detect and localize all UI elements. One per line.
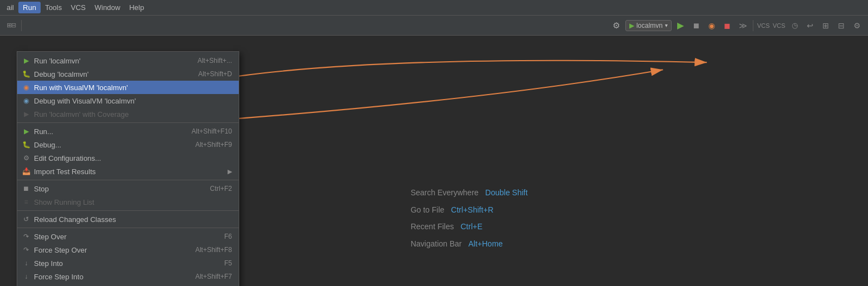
toolbar-sep-1 <box>21 20 22 31</box>
debug-button[interactable]: ◉ <box>705 19 718 32</box>
step-into-label: Step Into <box>34 259 63 268</box>
menu-item-run-localmvn[interactable]: ▶ Run 'localmvn' Alt+Shift+... <box>17 54 239 67</box>
run-config-chevron: ▾ <box>665 22 668 28</box>
hint-line-2: Go to File Ctrl+Shift+R <box>411 201 527 219</box>
menu-item-show-running[interactable]: ≡ Show Running List <box>17 195 239 209</box>
hint-line-1: Search Everywhere Double Shift <box>411 184 527 201</box>
reload-icon: ↺ <box>22 215 31 224</box>
menubar-item-help[interactable]: Help <box>125 2 149 13</box>
menu-item-debug-localmvn[interactable]: 🐛 Debug 'localmvn' Alt+Shift+D <box>17 67 239 81</box>
toolbar: ⊞⊟ ⚙ ▶ localmvn ▾ ▶ ⏹ ◉ ◼ ≫ VCS VCS ◷ ↩ … <box>0 16 868 36</box>
menu-item-force-step-over[interactable]: ↷ Force Step Over Alt+Shift+F8 <box>17 243 239 257</box>
run-visualvm-icon: ◉ <box>22 83 31 92</box>
redo-button[interactable]: ⊞ <box>819 19 832 32</box>
menu-sep-4 <box>17 228 239 228</box>
menubar-item-window[interactable]: Window <box>90 2 125 13</box>
menu-item-debug-dots[interactable]: 🐛 Debug... Alt+Shift+F9 <box>17 138 239 151</box>
hint-line-3: Recent Files Ctrl+E <box>411 218 527 235</box>
import-test-icon: 📥 <box>22 167 31 176</box>
run-localmvn-shortcut: Alt+Shift+... <box>198 57 232 65</box>
menu-item-step-over[interactable]: ↷ Step Over F6 <box>17 230 239 243</box>
hint-line-4: Navigation Bar Alt+Home <box>411 235 527 253</box>
hint-key-1: Double Shift <box>485 184 527 201</box>
menubar-item-run[interactable]: Run <box>18 2 41 13</box>
step-into-shortcut: F5 <box>224 259 232 267</box>
stop-label: Stop <box>34 185 49 193</box>
maximize-button[interactable]: ⊟ <box>835 19 848 32</box>
import-test-label: Import Test Results <box>34 167 96 176</box>
vcs-button-2[interactable]: VCS <box>772 19 786 32</box>
show-running-label: Show Running List <box>34 198 94 206</box>
menu-sep-2 <box>17 180 239 180</box>
menu-item-debug-visualvm[interactable]: ◉ Debug with VisualVM 'localmvn' <box>17 94 239 107</box>
menu-item-smart-step-into[interactable]: ↓ Smart Step Into Ctrl+F5 <box>17 283 239 286</box>
stop-button[interactable]: ◼ <box>721 19 734 32</box>
hint-label-1: Search Everywhere <box>411 184 479 201</box>
force-step-over-shortcut: Alt+Shift+F8 <box>195 246 232 254</box>
editor-area: npDTO ▶ Run 'localmvn' Alt+Shift+... 🐛 D… <box>0 36 868 286</box>
menubar: ail Run Tools VCS Window Help <box>0 0 868 16</box>
run-dots-shortcut: Alt+Shift+F10 <box>191 127 232 135</box>
show-running-icon: ≡ <box>22 198 31 206</box>
edit-config-label: Edit Configurations... <box>34 154 101 162</box>
run-config-name: localmvn <box>637 22 663 29</box>
hint-key-2: Ctrl+Shift+R <box>451 201 494 219</box>
hint-label-2: Go to File <box>411 201 445 219</box>
menubar-item-vcs[interactable]: VCS <box>66 2 90 13</box>
more-actions-button[interactable]: ≫ <box>736 19 749 32</box>
force-step-over-label: Force Step Over <box>34 246 87 254</box>
force-step-over-icon: ↷ <box>22 245 31 254</box>
force-step-into-icon: ↓ <box>22 272 31 281</box>
run-config-icon: ▶ <box>629 22 634 29</box>
hint-label-3: Recent Files <box>411 218 454 235</box>
run-dots-icon: ▶ <box>22 127 31 136</box>
menu-item-edit-config[interactable]: ⚙ Edit Configurations... <box>17 151 239 165</box>
editor-hints: Search Everywhere Double Shift Go to Fil… <box>411 184 527 253</box>
stop-icon: ⏹ <box>22 184 31 193</box>
stop-shortcut: Ctrl+F2 <box>210 185 232 193</box>
menu-item-force-step-into[interactable]: ↓ Force Step Into Alt+Shift+F7 <box>17 270 239 283</box>
step-over-shortcut: F6 <box>224 233 232 240</box>
settings2-button[interactable]: ⚙ <box>850 19 864 32</box>
toolbar-right: ⚙ ▶ localmvn ▾ ▶ ⏹ ◉ ◼ ≫ VCS VCS ◷ ↩ ⊞ ⊟… <box>610 19 864 32</box>
menu-item-run-dots[interactable]: ▶ Run... Alt+Shift+F10 <box>17 125 239 138</box>
menu-item-run-coverage[interactable]: ▶ Run 'localmvn' with Coverage <box>17 107 239 121</box>
hint-key-3: Ctrl+E <box>461 218 482 235</box>
menu-item-run-visualvm[interactable]: ◉ Run with VisualVM 'localmvn' <box>17 81 239 94</box>
run-localmvn-icon: ▶ <box>22 56 31 65</box>
debug-dots-icon: 🐛 <box>22 140 31 149</box>
menubar-item-tools[interactable]: Tools <box>41 2 66 13</box>
vcs-button-1[interactable]: VCS <box>757 19 770 32</box>
history-button[interactable]: ◷ <box>788 19 801 32</box>
toolbar-sep-2 <box>753 20 753 31</box>
force-step-into-label: Force Step Into <box>34 273 83 281</box>
edit-config-icon: ⚙ <box>22 154 31 162</box>
menu-item-step-into[interactable]: ↓ Step Into F5 <box>17 257 239 270</box>
settings-icon[interactable]: ⚙ <box>610 19 623 32</box>
run-config-selector[interactable]: ▶ localmvn ▾ <box>625 20 672 31</box>
step-over-label: Step Over <box>34 233 67 241</box>
menu-item-stop[interactable]: ⏹ Stop Ctrl+F2 <box>17 182 239 195</box>
run-button[interactable]: ▶ <box>674 19 687 32</box>
run-dots-label: Run... <box>34 127 53 136</box>
undo-button[interactable]: ↩ <box>803 19 817 32</box>
step-over-icon: ↷ <box>22 232 31 241</box>
step-into-icon: ↓ <box>22 259 31 268</box>
run-coverage-icon: ▶ <box>22 110 31 119</box>
debug-localmvn-shortcut: Alt+Shift+D <box>198 70 232 78</box>
debug-visualvm-icon: ◉ <box>22 96 31 105</box>
force-step-into-shortcut: Alt+Shift+F7 <box>195 273 232 280</box>
menu-sep-3 <box>17 210 239 211</box>
menu-item-reload-classes[interactable]: ↺ Reload Changed Classes <box>17 213 239 226</box>
stop-run-button[interactable]: ⏹ <box>689 19 703 32</box>
run-dropdown-menu: ▶ Run 'localmvn' Alt+Shift+... 🐛 Debug '… <box>17 51 239 286</box>
debug-dots-shortcut: Alt+Shift+F9 <box>195 141 232 149</box>
import-test-arrow: ▶ <box>228 168 232 175</box>
run-visualvm-label: Run with VisualVM 'localmvn' <box>34 83 128 92</box>
toolbar-icon-1[interactable]: ⊞⊟ <box>4 19 18 32</box>
menubar-item-file[interactable]: ail <box>2 2 18 13</box>
debug-visualvm-label: Debug with VisualVM 'localmvn' <box>34 97 136 105</box>
menu-item-import-test[interactable]: 📥 Import Test Results ▶ <box>17 165 239 178</box>
debug-dots-label: Debug... <box>34 141 61 149</box>
run-localmvn-label: Run 'localmvn' <box>34 57 81 65</box>
